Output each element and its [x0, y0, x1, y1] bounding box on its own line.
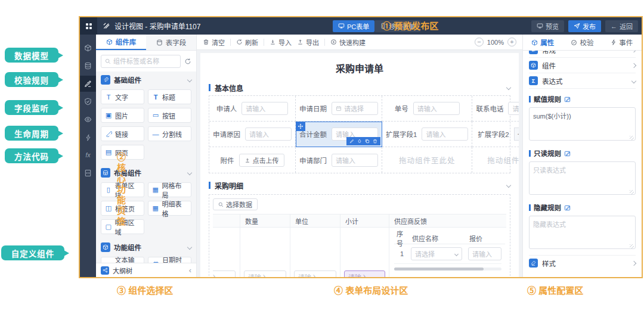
section-basic-info[interactable]: 基本信息	[209, 81, 510, 94]
section-purchase-detail[interactable]: 采购明细	[209, 179, 510, 192]
field-order-no[interactable]: 单号 请输入	[382, 96, 472, 122]
qty-input[interactable]: 请输入	[244, 270, 286, 277]
tab-component-library[interactable]: 组件库	[96, 35, 146, 50]
brush-icon[interactable]	[357, 139, 362, 144]
field-total-amount-selected[interactable]: 合计金额 请输入	[296, 122, 382, 147]
component-search-input[interactable]	[113, 58, 177, 65]
tab-validation[interactable]: 校验	[562, 35, 602, 50]
select-data-button[interactable]: 选择数据	[213, 198, 258, 210]
detail-cell-unit[interactable]: 请输入	[290, 228, 340, 277]
ext1-input[interactable]: 请输入	[422, 127, 468, 141]
import-button[interactable]: 导入	[270, 38, 292, 47]
field-apply-date[interactable]: 申请日期 请选择	[296, 96, 382, 122]
field-attachment[interactable]: 附件 点击上传	[209, 147, 296, 173]
component-card-image[interactable]: ▣图片	[101, 108, 144, 123]
trash-icon[interactable]	[373, 139, 377, 144]
publish-button[interactable]: 发布	[568, 20, 601, 32]
component-card-link[interactable]: 链接	[101, 126, 144, 141]
tab-table-fields[interactable]: 表字段	[146, 35, 196, 50]
detail-cell-subtotal[interactable]: 请输入	[340, 228, 389, 277]
stepper-minus-button[interactable]: −	[514, 127, 519, 141]
upload-button[interactable]: 点击上传	[239, 154, 284, 167]
component-search-box[interactable]	[101, 55, 181, 68]
component-card-grid-layout[interactable]: ▦网格布局	[148, 182, 191, 197]
rail-item-validation[interactable]	[80, 94, 96, 110]
edit-icon[interactable]	[564, 96, 571, 102]
order-no-input[interactable]: 请输入	[413, 102, 460, 115]
zoom-control: − 100% +	[475, 38, 516, 46]
tab-properties[interactable]: 属性	[523, 35, 562, 50]
rail-item-page-code[interactable]	[80, 165, 96, 181]
quote-input[interactable]: 请输入	[468, 247, 501, 260]
group-general[interactable]: 常规	[529, 51, 636, 58]
back-button[interactable]: ← 返回	[605, 20, 638, 32]
drop-zone[interactable]: 拖动组件至此处	[472, 147, 519, 173]
component-card-datetime[interactable]: 日期时间	[148, 257, 191, 263]
reason-input[interactable]: 请输入	[245, 127, 292, 141]
zoom-in-button[interactable]: +	[507, 38, 516, 46]
refresh-button[interactable]: 刷新	[236, 38, 258, 47]
rail-item-method-code[interactable]: fx	[80, 147, 96, 163]
copy-icon[interactable]	[365, 139, 370, 144]
export-button[interactable]: 导出	[297, 38, 319, 47]
supplier-name-cell: 请选择	[410, 244, 467, 263]
pc-form-button[interactable]: PC表单	[333, 20, 374, 32]
field-label: 单号	[395, 104, 408, 113]
rail-item-database[interactable]	[80, 58, 96, 74]
supplier-select[interactable]: 请选择	[411, 247, 462, 260]
field-ext1[interactable]: 扩展字段1 请输入	[382, 122, 472, 147]
component-card-text-input[interactable]: Aa文本输入	[101, 257, 144, 263]
component-card-button[interactable]: ▭按钮	[148, 108, 191, 123]
drop-zone[interactable]: 拖动组件至此处	[382, 147, 472, 173]
edit-icon[interactable]	[564, 150, 571, 157]
region-label-properties: ⑤ 属性配置区	[527, 284, 583, 296]
refresh-icon[interactable]	[184, 58, 191, 65]
detail-cell-qty[interactable]: 请输入	[240, 228, 290, 277]
component-card-title[interactable]: T标题	[148, 89, 191, 104]
applicant-input[interactable]: 请输入	[242, 102, 288, 115]
subtotal-input[interactable]: 请输入	[344, 270, 385, 277]
rail-item-lifecycle[interactable]	[80, 129, 96, 145]
department-input[interactable]: 请输入	[332, 154, 378, 167]
edit-icon[interactable]	[564, 204, 571, 211]
horizontal-scrollbar[interactable]	[394, 268, 484, 270]
trash-icon	[203, 39, 209, 45]
field-reason[interactable]: 申请原因 请输入	[209, 122, 296, 147]
group-expression[interactable]: Σ 表达式	[529, 73, 636, 89]
hidden-rule-textarea[interactable]	[529, 216, 636, 249]
zoom-out-button[interactable]: −	[475, 38, 484, 46]
component-card-text[interactable]: T文字	[101, 89, 144, 104]
component-card-detail-table[interactable]: ▦明细表格	[148, 201, 191, 216]
field-applicant[interactable]: 申请人 请输入	[209, 96, 296, 122]
app-launcher-button[interactable]	[80, 17, 97, 35]
edit-icon[interactable]	[349, 139, 354, 144]
clear-button[interactable]: 清空	[203, 38, 225, 47]
field-phone[interactable]: 联系电话 请输入	[472, 96, 519, 122]
component-card-divider[interactable]: —分割线	[148, 126, 191, 141]
group-style[interactable]: 样式	[529, 255, 636, 270]
field-department[interactable]: 申请部门 请输入	[296, 147, 382, 173]
move-handle[interactable]	[296, 122, 305, 131]
section-basic-components[interactable]: 基础组件	[101, 71, 191, 88]
quick-build-button[interactable]: 快速构建	[330, 38, 366, 47]
assign-rule-textarea[interactable]: sum($(小计))	[529, 107, 636, 141]
detail-area-icon: ▢	[105, 223, 112, 231]
phone-input[interactable]: 请输入	[508, 102, 519, 115]
apply-date-input[interactable]: 请选择	[332, 102, 378, 115]
group-component[interactable]: 组件	[529, 58, 636, 73]
section-function-components[interactable]: 功能组件	[101, 239, 191, 256]
rail-item-data-model[interactable]	[80, 40, 96, 56]
rail-item-designer[interactable]	[80, 76, 96, 92]
tab-events[interactable]: 事件	[602, 35, 642, 50]
clipped-input[interactable]: 请输入	[213, 270, 236, 277]
readonly-rule-textarea[interactable]	[529, 161, 636, 195]
detail-cell-clipped[interactable]: 请输入	[213, 228, 240, 277]
outline-tree-bar[interactable]: 大纲树 ‹	[96, 263, 196, 277]
field-ext2[interactable]: 扩展字段2 − +	[472, 122, 519, 147]
collapse-icon[interactable]: ‹	[189, 266, 191, 275]
card-label: 日期时间	[162, 255, 187, 263]
ext2-stepper[interactable]: − +	[514, 127, 519, 141]
preview-button[interactable]: 预览	[531, 20, 564, 32]
rail-item-field-watch[interactable]	[80, 111, 96, 127]
unit-input[interactable]: 请输入	[294, 270, 336, 277]
